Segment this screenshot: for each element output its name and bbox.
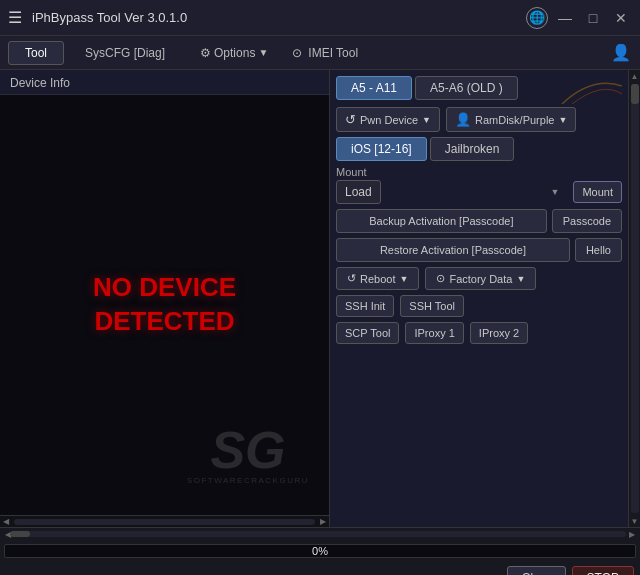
imei-label: IMEI Tool <box>308 46 358 60</box>
close-button[interactable]: ✕ <box>610 7 632 29</box>
backup-activation-button[interactable]: Backup Activation [Passcode] <box>336 209 547 233</box>
ramdisk-dropdown[interactable]: 👤 RamDisk/Purple ▼ <box>446 107 576 132</box>
ramdisk-icon: 👤 <box>455 112 471 127</box>
scroll-h-thumb[interactable] <box>10 531 30 537</box>
load-select-wrapper: Load <box>336 180 567 204</box>
scroll-up-arrow[interactable]: ▲ <box>629 70 641 82</box>
toolbar: Tool SysCFG [Diag] ⚙ Options ▼ ⊙ IMEI To… <box>0 36 640 70</box>
user-icon[interactable]: 👤 <box>610 42 632 64</box>
vertical-scrollbar: ▲ ▼ <box>628 70 640 527</box>
watermark-text: SOFTWARECRACKGURU <box>187 476 309 485</box>
reboot-label: Reboot <box>360 273 395 285</box>
minimize-button[interactable]: — <box>554 7 576 29</box>
scp-tool-button[interactable]: SCP Tool <box>336 322 399 344</box>
pwn-icon: ↺ <box>345 112 356 127</box>
imei-tool-button[interactable]: ⊙ IMEI Tool <box>282 42 368 64</box>
no-device-line2: DETECTED <box>94 306 234 336</box>
mount-button[interactable]: Mount <box>573 181 622 203</box>
pwn-device-dropdown[interactable]: ↺ Pwn Device ▼ <box>336 107 440 132</box>
progress-bar-label: 0% <box>5 545 635 557</box>
clear-button[interactable]: Clear <box>507 566 566 575</box>
ssh-tool-button[interactable]: SSH Tool <box>400 295 464 317</box>
ramdisk-label: RamDisk/Purple <box>475 114 554 126</box>
options-arrow: ▼ <box>258 47 268 58</box>
ios-tabs: iOS [12-16] Jailbroken <box>336 137 622 161</box>
mount-section: Mount Load Mount <box>336 166 622 204</box>
horizontal-scrollbar: ◀ ▶ <box>0 528 640 540</box>
watermark-letters: SG <box>187 424 309 476</box>
left-scrollbar-h: ◀ ▶ <box>0 515 329 527</box>
tab-syscfg[interactable]: SysCFG [Diag] <box>68 41 182 65</box>
scroll-track <box>14 519 315 525</box>
action-row: Clear STOP <box>0 562 640 575</box>
no-device-line1: NO DEVICE <box>93 272 236 302</box>
options-icon: ⚙ <box>200 46 211 60</box>
reboot-dropdown[interactable]: ↺ Reboot ▼ <box>336 267 419 290</box>
pwn-ramdisk-row: ↺ Pwn Device ▼ 👤 RamDisk/Purple ▼ <box>336 107 622 132</box>
backup-row: Backup Activation [Passcode] Passcode <box>336 209 622 233</box>
progress-bar-container: 0% <box>0 540 640 562</box>
globe-icon[interactable]: 🌐 <box>526 7 548 29</box>
stop-button[interactable]: STOP <box>572 566 634 575</box>
device-info-label: Device Info <box>0 70 329 95</box>
hello-button[interactable]: Hello <box>575 238 622 262</box>
pwn-arrow: ▼ <box>422 115 431 125</box>
progress-bar-track: 0% <box>4 544 636 558</box>
scroll-h-track <box>14 531 626 537</box>
scroll-v-track <box>631 84 639 513</box>
options-dropdown[interactable]: ⚙ Options ▼ <box>190 42 278 64</box>
left-panel: Device Info NO DEVICE DETECTED SG SOFTWA… <box>0 70 330 527</box>
scp-row: SCP Tool IProxy 1 IProxy 2 <box>336 322 622 344</box>
ramdisk-arrow: ▼ <box>558 115 567 125</box>
mount-label: Mount <box>336 166 622 178</box>
scroll-left-arrow[interactable]: ◀ <box>0 516 12 528</box>
reboot-factory-row: ↺ Reboot ▼ ⊙ Factory Data ▼ <box>336 267 622 290</box>
device-screen: NO DEVICE DETECTED SG SOFTWARECRACKGURU <box>0 95 329 515</box>
imei-icon: ⊙ <box>292 46 302 60</box>
tab-a5-a6-old[interactable]: A5-A6 (OLD ) <box>415 76 518 100</box>
ssh-init-button[interactable]: SSH Init <box>336 295 394 317</box>
factory-data-label: Factory Data <box>449 273 512 285</box>
passcode-button[interactable]: Passcode <box>552 209 622 233</box>
scroll-h-right[interactable]: ▶ <box>626 528 638 540</box>
iproxy1-button[interactable]: IProxy 1 <box>405 322 463 344</box>
restore-activation-button[interactable]: Restore Activation [Passcode] <box>336 238 570 262</box>
ssh-row: SSH Init SSH Tool <box>336 295 622 317</box>
scroll-right-arrow[interactable]: ▶ <box>317 516 329 528</box>
no-device-text: NO DEVICE DETECTED <box>93 271 236 339</box>
pwn-device-label: Pwn Device <box>360 114 418 126</box>
load-select[interactable]: Load <box>336 180 381 204</box>
reboot-arrow: ▼ <box>399 274 408 284</box>
factory-arrow: ▼ <box>516 274 525 284</box>
tab-a5-a11[interactable]: A5 - A11 <box>336 76 412 100</box>
scroll-down-arrow[interactable]: ▼ <box>629 515 641 527</box>
tab-tool[interactable]: Tool <box>8 41 64 65</box>
menu-icon[interactable]: ☰ <box>8 8 22 27</box>
factory-data-dropdown[interactable]: ⊙ Factory Data ▼ <box>425 267 536 290</box>
title-bar: ☰ iPhBypass Tool Ver 3.0.1.0 🌐 — □ ✕ <box>0 0 640 36</box>
scroll-v-thumb[interactable] <box>631 84 639 104</box>
tab-ios[interactable]: iOS [12-16] <box>336 137 427 161</box>
chip-tabs: A5 - A11 A5-A6 (OLD ) <box>336 76 622 100</box>
main-content: Device Info NO DEVICE DETECTED SG SOFTWA… <box>0 70 640 527</box>
mount-row: Load Mount <box>336 180 622 204</box>
tab-decoration <box>542 76 622 104</box>
bottom-section: ◀ ▶ 0% Clear STOP <box>0 527 640 575</box>
maximize-button[interactable]: □ <box>582 7 604 29</box>
factory-icon: ⊙ <box>436 272 445 285</box>
watermark: SG SOFTWARECRACKGURU <box>187 424 309 485</box>
iproxy2-button[interactable]: IProxy 2 <box>470 322 528 344</box>
restore-row: Restore Activation [Passcode] Hello <box>336 238 622 262</box>
reboot-icon: ↺ <box>347 272 356 285</box>
tab-jailbroken[interactable]: Jailbroken <box>430 137 515 161</box>
options-label: Options <box>214 46 255 60</box>
right-panel: A5 - A11 A5-A6 (OLD ) ↺ Pwn Device ▼ 👤 R… <box>330 70 628 527</box>
app-title: iPhBypass Tool Ver 3.0.1.0 <box>32 10 526 25</box>
window-controls: 🌐 — □ ✕ <box>526 7 632 29</box>
